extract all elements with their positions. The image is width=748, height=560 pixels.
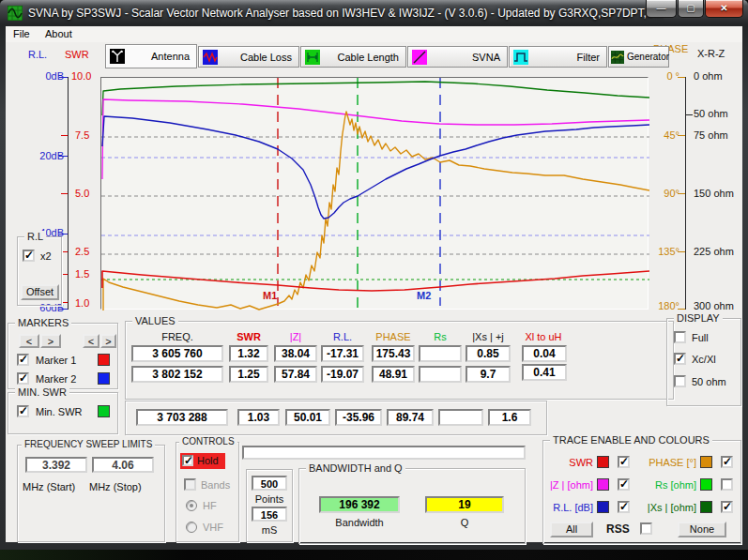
right-axis-line	[685, 77, 686, 310]
tab-antenna[interactable]: Antenna	[105, 44, 197, 68]
all-traces-button[interactable]: All	[550, 522, 593, 537]
m2-swr-field[interactable]: 1.25	[229, 366, 268, 383]
min-swr-checkbox[interactable]	[17, 405, 29, 417]
sweep-stop-field[interactable]: 4.06	[92, 457, 154, 473]
trace-xs-checkbox[interactable]	[721, 501, 733, 513]
m1-z-field[interactable]: 38.04	[274, 345, 317, 362]
message-field[interactable]	[242, 446, 526, 460]
m1-rl-field[interactable]: -17.31	[321, 345, 364, 362]
sweep-start-label: MHz (Start)	[23, 481, 75, 492]
antenna-icon	[110, 49, 125, 64]
min-swr-field[interactable]: 1.03	[237, 409, 280, 426]
marker2-next-button[interactable]: >	[100, 334, 116, 348]
marker1-color-swatch	[98, 354, 110, 366]
marker2-flag[interactable]: M2	[417, 290, 431, 301]
hold-checkbox[interactable]	[182, 455, 193, 466]
swr-label-1-5: 1.5	[75, 268, 89, 280]
header-freq: FREQ.	[131, 331, 223, 342]
display-full-label: Full	[692, 332, 709, 343]
deg-label-135: 135°	[646, 246, 679, 257]
menu-bar: File About	[6, 26, 742, 42]
db-label-20: 20dB	[26, 150, 64, 161]
m1-freq-field[interactable]: 3 605 760	[131, 345, 223, 362]
tab-generator[interactable]: Generator	[608, 46, 669, 68]
m2-xs-field[interactable]: 9.7	[466, 366, 511, 383]
rl-x2-checkbox[interactable]	[23, 250, 35, 262]
ohm-axis-tick	[686, 114, 693, 115]
q-field[interactable]: 19	[425, 496, 504, 513]
marker1-checkbox[interactable]	[17, 354, 29, 366]
trace-xs-swatch	[700, 501, 712, 513]
display-50ohm-checkbox[interactable]	[674, 375, 686, 387]
marker1-next-button[interactable]: >	[40, 334, 61, 348]
bandwidth-group-title: BANDWIDTH and Q	[306, 462, 405, 474]
marker1-prev-button[interactable]: <	[19, 334, 39, 348]
rl-axis-caption: R.L.	[28, 49, 47, 60]
tab-svna-label: SVNA	[472, 52, 500, 63]
rss-checkbox[interactable]	[640, 522, 652, 535]
header-swr: SWR	[229, 331, 268, 342]
m1-phase-field[interactable]: 175.43	[372, 345, 415, 362]
hf-radio[interactable]	[186, 500, 197, 511]
tab-cable-loss[interactable]: Cable Loss	[198, 46, 299, 68]
bands-label: Bands	[201, 479, 230, 491]
trace-plot	[101, 78, 649, 310]
trace-rs-checkbox[interactable]	[721, 478, 733, 491]
display-xcxl-checkbox[interactable]	[674, 353, 686, 365]
marker2-prev-button[interactable]: <	[83, 334, 99, 348]
min-rl-field[interactable]: -35.96	[335, 409, 382, 426]
close-button[interactable]: ✕	[705, 0, 743, 18]
desktop-background	[0, 550, 748, 560]
trace-rl-label: R.L. [dB]	[546, 502, 593, 513]
offset-button[interactable]: Offset	[21, 284, 59, 300]
min-swr-label: Min. SWR	[36, 406, 83, 417]
trace-phase-swatch	[700, 456, 712, 468]
m2-freq-field[interactable]: 3 802 152	[131, 366, 223, 383]
trace-phase-checkbox[interactable]	[721, 456, 733, 468]
min-rs-field[interactable]	[438, 409, 483, 426]
min-phase-field[interactable]: 89.74	[387, 409, 434, 426]
m2-xl-field[interactable]: 0.41	[522, 364, 567, 381]
vhf-radio[interactable]	[186, 522, 197, 533]
tab-filter-label: Filter	[577, 52, 600, 63]
marker1-flag[interactable]: M1	[263, 290, 277, 301]
min-z-field[interactable]: 50.01	[285, 409, 330, 426]
m1-rs-field[interactable]	[419, 345, 462, 362]
menu-file[interactable]: File	[9, 28, 34, 39]
db-label-0: 0dB	[26, 70, 64, 82]
q-label: Q	[425, 517, 504, 528]
menu-about[interactable]: About	[41, 28, 76, 39]
window-title: SVNA by SP3SWJ - Scalar Vector Network A…	[28, 7, 664, 20]
swr-axis-tick	[61, 193, 68, 194]
min-xs-field[interactable]: 1.6	[488, 409, 531, 426]
sweep-time-field[interactable]: 156	[252, 507, 287, 522]
trace-enable-title: TRACE ENABLE AND COLOURS	[550, 434, 712, 446]
minimize-button[interactable]: —	[646, 0, 677, 18]
sweep-start-field[interactable]: 3.392	[25, 457, 87, 473]
m1-swr-field[interactable]: 1.32	[229, 345, 268, 362]
display-full-checkbox[interactable]	[674, 331, 686, 343]
none-traces-button[interactable]: None	[678, 522, 726, 537]
sweep-plot[interactable]: M1 M2	[100, 77, 649, 310]
bandwidth-field[interactable]: 196 392	[319, 496, 400, 513]
tab-antenna-label: Antenna	[151, 51, 190, 62]
maximize-button[interactable]: ▢	[678, 0, 704, 18]
tab-svna[interactable]: SVNA	[407, 46, 508, 68]
trace-z-swatch	[597, 478, 609, 491]
tab-filter[interactable]: Filter	[509, 46, 607, 68]
trace-xs-label: |Xs | [ohm]	[627, 502, 696, 513]
tab-cable-length[interactable]: Cable Length	[300, 46, 406, 68]
m2-rl-field[interactable]: -19.07	[321, 366, 364, 383]
m1-xs-field[interactable]: 0.85	[466, 345, 511, 362]
swr-label-10: 10.0	[71, 70, 91, 82]
bands-checkbox[interactable]	[184, 478, 196, 491]
m1-xl-field[interactable]: 0.04	[522, 345, 567, 362]
points-field[interactable]: 500	[252, 476, 287, 491]
display-group-title: DISPLAY	[674, 312, 723, 324]
m2-phase-field[interactable]: 48.91	[372, 366, 415, 383]
m2-rs-field[interactable]	[419, 366, 462, 383]
marker2-checkbox[interactable]	[17, 372, 29, 385]
m2-z-field[interactable]: 57.84	[274, 366, 317, 383]
min-freq-field[interactable]: 3 703 288	[136, 409, 228, 426]
deg-label-0: 0 °	[646, 70, 679, 82]
